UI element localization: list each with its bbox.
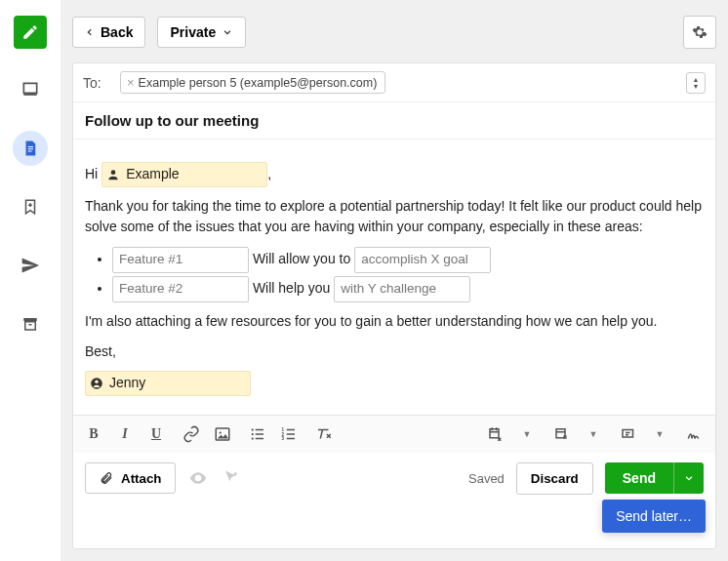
signature-token[interactable]: Jenny [85, 371, 251, 396]
link-tracking-button[interactable] [221, 467, 242, 489]
discard-button[interactable]: Discard [516, 462, 593, 495]
tracking-button[interactable] [187, 467, 209, 489]
left-sidebar [0, 0, 61, 561]
person-icon [106, 168, 120, 181]
chevron-left-icon [85, 26, 95, 38]
svg-point-5 [252, 428, 254, 430]
attach-label: Attach [121, 471, 161, 486]
expand-recipients-button[interactable]: ▲ ▼ [686, 72, 706, 94]
bullet-mid: Will allow you to [253, 251, 350, 266]
chevron-down-icon [222, 27, 233, 37]
to-label: To: [83, 75, 110, 91]
screen-icon [20, 80, 40, 100]
activity-icon [553, 425, 571, 443]
send-options-button[interactable] [673, 462, 704, 494]
chevron-down-icon: ▼ [693, 83, 700, 90]
sidebar-templates[interactable] [13, 131, 48, 166]
svg-text:3: 3 [282, 436, 285, 441]
feature-field[interactable]: Feature #2 [112, 276, 249, 302]
pencil-icon [21, 23, 39, 41]
settings-button[interactable] [683, 16, 716, 49]
recipient-chip[interactable]: × Example person 5 (example5@person.com) [120, 71, 385, 94]
goal-field[interactable]: with Y challenge [334, 276, 470, 302]
paper-plane-icon [20, 256, 40, 275]
svg-rect-11 [490, 429, 499, 438]
discard-label: Discard [531, 471, 579, 486]
attach-button[interactable]: Attach [85, 462, 176, 494]
svg-point-7 [252, 437, 254, 439]
activity-caret[interactable]: ▼ [583, 423, 604, 445]
recipient-name-token[interactable]: Example [101, 162, 267, 187]
email-body[interactable]: Hi Example , Thank you for taking the ti… [73, 140, 715, 415]
quote-button[interactable] [618, 423, 639, 445]
sidebar-sent[interactable] [13, 248, 48, 283]
send-later-label: Send later… [616, 508, 692, 524]
feature-list: Feature #1 Will allow you to accomplish … [112, 247, 704, 302]
paperclip-icon [100, 470, 113, 486]
activity-button[interactable] [551, 423, 573, 445]
top-toolbar: Back Private [72, 16, 716, 49]
link-button[interactable] [181, 423, 202, 445]
image-icon [214, 425, 231, 443]
document-icon [21, 140, 39, 157]
back-label: Back [101, 24, 133, 40]
privacy-label: Private [170, 24, 216, 40]
bookmark-plus-icon [21, 198, 39, 216]
chevron-up-icon: ▲ [693, 76, 700, 83]
eye-icon [188, 468, 208, 488]
sidebar-bookmark[interactable] [13, 189, 48, 224]
calendar-link-icon [487, 425, 505, 443]
link-icon [182, 425, 200, 443]
svg-point-2 [95, 381, 99, 384]
underline-button[interactable]: U [145, 423, 167, 445]
number-list-icon: 123 [280, 425, 298, 443]
quote-icon [620, 425, 637, 443]
recipient-text: Example person 5 (example5@person.com) [139, 76, 378, 90]
feature-field[interactable]: Feature #1 [112, 247, 249, 273]
back-button[interactable]: Back [72, 17, 145, 48]
archive-icon [21, 315, 39, 333]
bold-button[interactable]: B [83, 423, 104, 445]
subject-text: Follow up to our meeting [85, 112, 259, 129]
ordered-list-button[interactable]: 123 [278, 423, 300, 445]
signature-button[interactable] [684, 423, 706, 445]
account-icon [90, 377, 103, 390]
send-later-option[interactable]: Send later… [602, 500, 706, 533]
image-button[interactable] [212, 423, 233, 445]
italic-button[interactable]: I [114, 423, 136, 445]
signature-icon [685, 425, 705, 443]
bottom-toolbar: Attach Saved Discard Send [73, 453, 715, 504]
cursor-sparkle-icon [222, 468, 241, 488]
calendar-link-button[interactable] [485, 423, 506, 445]
calendar-link-caret[interactable]: ▼ [516, 423, 538, 445]
goal-field[interactable]: accomplish X goal [354, 247, 491, 273]
remove-recipient-icon[interactable]: × [127, 75, 135, 90]
gear-icon [692, 24, 708, 40]
privacy-button[interactable]: Private [157, 17, 246, 48]
clear-format-button[interactable] [313, 423, 335, 445]
subject-field[interactable]: Follow up to our meeting [73, 102, 715, 140]
signoff: Best, [85, 341, 704, 363]
main-panel: Back Private To: × Example person 5 (exa… [61, 0, 728, 561]
chevron-down-icon [684, 473, 694, 483]
clear-format-icon [315, 425, 333, 443]
send-label: Send [623, 470, 656, 486]
email-composer: To: × Example person 5 (example5@person.… [72, 62, 716, 549]
sidebar-inbox[interactable] [13, 72, 48, 107]
bullet-list-icon [249, 425, 266, 443]
svg-point-0 [111, 170, 116, 175]
unordered-list-button[interactable] [247, 423, 268, 445]
sidebar-archive[interactable] [13, 306, 48, 341]
svg-point-6 [252, 433, 254, 435]
signature-text: Jenny [109, 373, 145, 394]
compose-button[interactable] [14, 16, 47, 49]
greeting-prefix: Hi [85, 166, 98, 181]
to-field-row: To: × Example person 5 (example5@person.… [73, 63, 715, 102]
svg-point-4 [220, 431, 222, 433]
quote-caret[interactable]: ▼ [649, 423, 670, 445]
list-item: Feature #1 Will allow you to accomplish … [112, 247, 704, 273]
send-button[interactable]: Send [605, 462, 673, 494]
body-paragraph-2: I'm also attaching a few resources for y… [85, 311, 704, 333]
list-item: Feature #2 Will help you with Y challeng… [112, 276, 704, 302]
recipient-token-text: Example [126, 164, 179, 185]
